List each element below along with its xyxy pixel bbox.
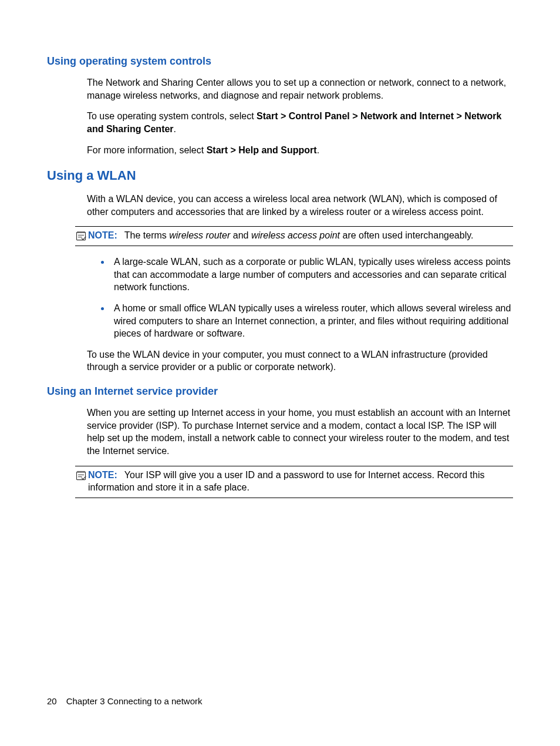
heading-isp: Using an Internet service provider	[47, 384, 513, 398]
note-label: NOTE:	[88, 470, 117, 480]
p3-post: .	[317, 145, 319, 155]
note-isp-text: NOTE:Your ISP will give you a user ID an…	[88, 469, 513, 494]
note-icon	[75, 470, 87, 482]
section-os-controls-body: The Network and Sharing Center allows yo…	[87, 76, 513, 156]
note-wlan-text: NOTE:The terms wireless router and wirel…	[88, 229, 513, 242]
wlan-p1: With a WLAN device, you can access a wir…	[87, 193, 513, 218]
wlan-p2-wrap: To use the WLAN device in your computer,…	[87, 348, 513, 374]
p2-post: .	[174, 124, 176, 134]
note-i2: wireless access point	[251, 230, 340, 240]
list-item: A home or small office WLAN typically us…	[110, 302, 513, 340]
p2-pre: To use operating system controls, select	[87, 111, 257, 121]
section-wlan-body: With a WLAN device, you can access a wir…	[87, 193, 513, 218]
note-post: are often used interchangeably.	[340, 230, 473, 240]
os-controls-p2: To use operating system controls, select…	[87, 110, 513, 135]
page-number: 20	[47, 696, 57, 706]
wlan-p2: To use the WLAN device in your computer,…	[87, 348, 513, 374]
note-isp-body: Your ISP will give you a user ID and a p…	[88, 470, 484, 493]
note-isp: NOTE:Your ISP will give you a user ID an…	[75, 466, 513, 498]
note-mid: and	[230, 230, 251, 240]
p3-pre: For more information, select	[87, 145, 207, 155]
note-wlan: NOTE:The terms wireless router and wirel…	[75, 226, 513, 246]
list-item: A large-scale WLAN, such as a corporate …	[110, 256, 513, 294]
section-isp-body: When you are setting up Internet access …	[87, 406, 513, 457]
chapter-title: Chapter 3 Connecting to a network	[66, 696, 203, 706]
wlan-bullets: A large-scale WLAN, such as a corporate …	[47, 256, 513, 340]
os-controls-p3: For more information, select Start > Hel…	[87, 144, 513, 157]
note-pre: The terms	[124, 230, 169, 240]
heading-wlan: Using a WLAN	[47, 167, 513, 184]
isp-p1: When you are setting up Internet access …	[87, 406, 513, 457]
note-label: NOTE:	[88, 230, 117, 240]
note-icon	[75, 230, 87, 242]
note-i1: wireless router	[169, 230, 230, 240]
page-footer: 20Chapter 3 Connecting to a network	[47, 695, 203, 707]
p3-bold: Start > Help and Support	[207, 145, 317, 155]
heading-os-controls: Using operating system controls	[47, 54, 513, 68]
os-controls-p1: The Network and Sharing Center allows yo…	[87, 76, 513, 102]
document-page: Using operating system controls The Netw…	[0, 0, 560, 746]
